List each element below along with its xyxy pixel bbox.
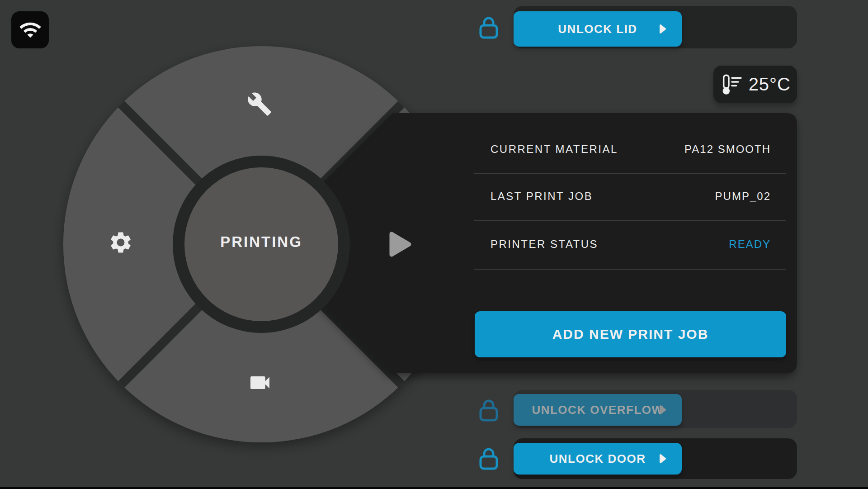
- lock-icon: [479, 398, 499, 422]
- material-value: PA12 SMOOTH: [684, 143, 771, 156]
- wifi-status-tile[interactable]: [11, 11, 49, 48]
- lock-icon: [479, 446, 499, 470]
- row-divider: [474, 269, 786, 270]
- unlock-lid-button[interactable]: UNLOCK LID: [514, 11, 682, 47]
- temperature-display: 25°C: [713, 66, 797, 103]
- unlock-door-button[interactable]: UNLOCK DOOR: [514, 443, 682, 475]
- info-row-material: CURRENT MATERIAL PA12 SMOOTH: [491, 138, 771, 160]
- chevron-right-icon: [660, 405, 666, 415]
- printer-status-value: READY: [729, 238, 771, 251]
- chevron-right-icon: [660, 24, 666, 34]
- material-label: CURRENT MATERIAL: [491, 143, 618, 156]
- info-row-status: PRINTER STATUS READY: [491, 233, 771, 255]
- printer-status-label: PRINTER STATUS: [491, 238, 598, 251]
- unlock-overflow-label: UNLOCK OVERFLOW: [532, 403, 663, 417]
- add-new-print-job-label: ADD NEW PRINT JOB: [552, 327, 709, 342]
- last-job-label: LAST PRINT JOB: [491, 190, 593, 203]
- unlock-lid-label: UNLOCK LID: [558, 22, 637, 36]
- screen-bottom-edge: [0, 487, 868, 489]
- thermometer-icon: [720, 72, 745, 97]
- unlock-overflow-button[interactable]: UNLOCK OVERFLOW: [514, 394, 682, 426]
- printer-touchscreen: PRINTING UNLOCK LID 25°C CURRENT MATERIA…: [0, 0, 868, 489]
- chevron-right-icon: [660, 454, 666, 464]
- temperature-value: 25°C: [749, 74, 791, 95]
- info-row-last-job: LAST PRINT JOB PUMP_02: [491, 185, 771, 207]
- row-divider: [474, 173, 786, 174]
- lock-icon: [479, 15, 499, 39]
- row-divider: [474, 220, 786, 221]
- add-new-print-job-button[interactable]: ADD NEW PRINT JOB: [475, 311, 786, 357]
- unlock-door-label: UNLOCK DOOR: [550, 452, 646, 466]
- last-job-value: PUMP_02: [715, 190, 771, 203]
- dial-center-label: PRINTING: [184, 233, 338, 251]
- wifi-icon: [19, 18, 42, 42]
